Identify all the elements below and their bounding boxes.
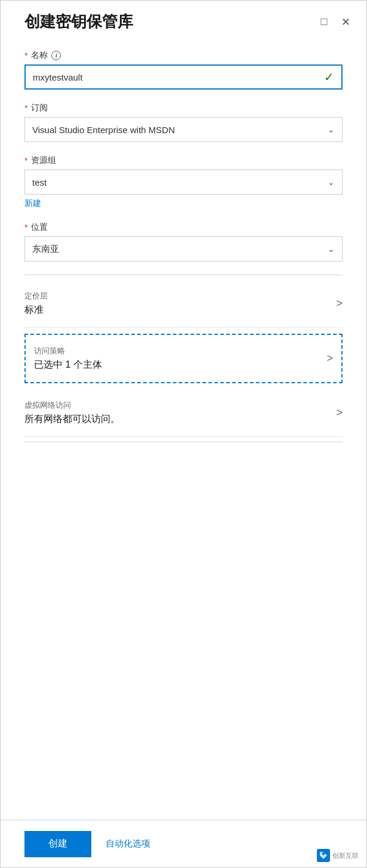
name-checkmark-icon: ✓ [324,70,334,84]
virtual-network-arrow-icon: > [336,407,343,419]
resource-group-value: test [32,177,47,187]
access-policy-content: 访问策略 已选中 1 个主体 [34,346,320,371]
resource-group-label: * 资源组 [24,155,343,166]
content-area: * 名称 i mxytestvault ✓ * 订阅 Visual Studio… [1,38,366,820]
pricing-tier-row[interactable]: 定价层 标准 > [24,280,343,328]
divider-1 [24,275,343,275]
resource-group-chevron-icon: ⌄ [328,177,335,187]
subscription-required-star: * [24,103,27,113]
name-field-group: * 名称 i mxytestvault ✓ [24,50,343,90]
watermark-text: 创新互联 [332,851,359,860]
window-title: 创建密钥保管库 [24,11,133,32]
empty-space [24,447,343,626]
create-button[interactable]: 创建 [24,831,91,857]
virtual-network-value: 所有网络都可以访问。 [24,413,330,426]
location-dropdown[interactable]: 东南亚 ⌄ [24,236,343,261]
name-required-star: * [24,51,27,60]
bottom-bar: 创建 自动化选项 [1,820,366,867]
name-label-text: 名称 [31,50,48,61]
divider-2 [24,442,343,442]
resource-group-dropdown[interactable]: test ⌄ [24,170,343,195]
new-resource-group-link[interactable]: 新建 [24,198,41,209]
subscription-label-text: 订阅 [31,103,48,113]
access-policy-arrow-icon: > [326,352,333,365]
location-label: * 位置 [24,222,343,233]
access-policy-value: 已选中 1 个主体 [34,359,320,371]
name-input-value: mxytestvault [33,72,82,82]
resource-group-required-star: * [24,156,27,165]
name-input[interactable]: mxytestvault ✓ [24,64,343,90]
virtual-network-content: 虚拟网络访问 所有网络都可以访问。 [24,400,330,426]
subscription-label: * 订阅 [24,103,343,113]
subscription-field-group: * 订阅 Visual Studio Enterprise with MSDN … [24,103,343,142]
pricing-tier-content: 定价层 标准 [24,291,330,316]
access-policy-row[interactable]: 访问策略 已选中 1 个主体 > [24,334,343,383]
resource-group-field-group: * 资源组 test ⌄ 新建 [24,155,343,209]
name-info-icon[interactable]: i [51,51,61,60]
virtual-network-row[interactable]: 虚拟网络访问 所有网络都可以访问。 > [24,389,343,437]
pricing-tier-value: 标准 [24,304,330,316]
subscription-chevron-icon: ⌄ [328,125,335,134]
name-label: * 名称 i [24,50,343,61]
location-value: 东南亚 [32,244,59,255]
pricing-tier-arrow-icon: > [336,297,343,310]
close-button[interactable]: ✕ [339,16,352,29]
watermark-icon [317,849,330,862]
location-chevron-icon: ⌄ [328,244,335,254]
subscription-value: Visual Studio Enterprise with MSDN [32,125,175,135]
location-required-star: * [24,223,27,232]
window-controls: □ ✕ [317,16,352,29]
access-policy-label: 访问策略 [34,346,320,356]
automation-options-link[interactable]: 自动化选项 [106,838,150,849]
subscription-dropdown[interactable]: Visual Studio Enterprise with MSDN ⌄ [24,117,343,142]
location-label-text: 位置 [31,222,48,233]
resource-group-label-text: 资源组 [31,155,56,166]
watermark: 创新互联 [317,849,359,862]
minimize-button[interactable]: □ [317,16,331,29]
virtual-network-label: 虚拟网络访问 [24,400,330,411]
title-bar: 创建密钥保管库 □ ✕ [1,1,366,38]
location-field-group: * 位置 东南亚 ⌄ [24,222,343,261]
pricing-tier-label: 定价层 [24,291,330,301]
